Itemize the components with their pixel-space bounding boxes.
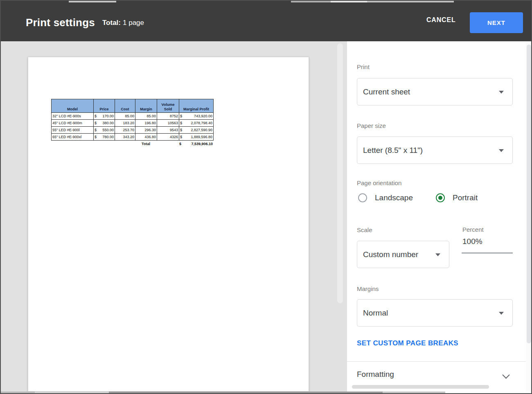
sidebar-scrollbar-thumb[interactable]: [527, 45, 531, 343]
preview-scrollbar-thumb[interactable]: [337, 43, 343, 303]
table-row: 65" LED #E-900xl$780.00343.20436.804326$…: [52, 134, 214, 141]
table-row: 55" LED #E-900l$550.00253.70296.309543$2…: [52, 127, 214, 134]
percent-label: Percent: [462, 226, 484, 233]
table-header-cell: Price: [94, 99, 115, 113]
print-settings-dialog: Print settings Total:1 page CANCEL NEXT …: [0, 0, 532, 394]
radio-circle-icon: [358, 193, 367, 202]
scale-dropdown[interactable]: Custom number: [357, 241, 449, 268]
landscape-radio[interactable]: Landscape: [358, 193, 413, 202]
table-row: 32" LCD #E-900s$170.0085.0085.008752$743…: [52, 113, 214, 120]
cancel-button[interactable]: CANCEL: [426, 16, 455, 24]
total-row-value: $ 7,539,906.10: [179, 142, 213, 146]
section-divider: [347, 361, 526, 362]
settings-sidebar: Print Current sheet Paper size Letter (8…: [347, 41, 526, 392]
print-target-dropdown[interactable]: Current sheet: [357, 78, 513, 105]
page-count-status: Total:1 page: [102, 19, 144, 27]
chevron-down-icon: [499, 149, 504, 152]
total-value: 1 page: [123, 19, 144, 27]
scale-label: Scale: [357, 226, 372, 233]
dialog-header: Print settings Total:1 page CANCEL NEXT: [1, 1, 531, 41]
table-header-cell: Cost: [115, 99, 135, 113]
margins-value: Normal: [363, 300, 388, 326]
percent-input[interactable]: 100%: [462, 237, 482, 246]
orientation-radio-group: Landscape Portrait: [357, 193, 516, 210]
bottom-edge-strip: [1, 392, 531, 394]
table-header-cell: Margin: [135, 99, 157, 113]
portrait-radio-label: Portrait: [453, 193, 478, 202]
next-button[interactable]: NEXT: [470, 12, 523, 33]
paper-size-value: Letter (8.5" x 11"): [363, 137, 423, 163]
horizontal-scrollbar-thumb[interactable]: [352, 385, 489, 389]
formatting-section-label: Formatting: [357, 370, 394, 379]
chevron-down-icon: [499, 312, 504, 315]
margins-label: Margins: [357, 285, 379, 292]
top-edge-strip: [1, 1, 531, 2]
page-orientation-label: Page orientation: [357, 179, 401, 186]
page-preview: ModelPriceCostMarginVolume SoldMarginal …: [28, 57, 309, 392]
table-header-cell: Marginal Profit: [179, 99, 214, 113]
sidebar-scrollbar-track[interactable]: [526, 41, 532, 392]
preview-table: ModelPriceCostMarginVolume SoldMarginal …: [51, 99, 214, 141]
radio-circle-icon: [436, 193, 445, 202]
chevron-down-icon: [435, 253, 440, 256]
percent-input-underline: [462, 253, 513, 253]
table-total-row: Total $ 7,539,906.10: [51, 141, 213, 148]
print-target-value: Current sheet: [363, 78, 410, 105]
landscape-radio-label: Landscape: [375, 193, 413, 202]
print-field-label: Print: [357, 63, 370, 70]
scale-value: Custom number: [363, 241, 418, 268]
table-row: 45" LCD #E-900m$380.00183.20196.8010563$…: [52, 120, 214, 127]
dialog-title: Print settings: [26, 16, 95, 29]
total-amount: 7,539,906.10: [191, 142, 213, 146]
chevron-down-icon[interactable]: [502, 371, 509, 378]
total-label: Total:: [102, 19, 121, 27]
margins-dropdown[interactable]: Normal: [357, 299, 513, 327]
currency-symbol: $: [179, 142, 181, 146]
portrait-radio[interactable]: Portrait: [436, 193, 478, 202]
spreadsheet-preview: ModelPriceCostMarginVolume SoldMarginal …: [51, 99, 214, 148]
paper-size-dropdown[interactable]: Letter (8.5" x 11"): [357, 137, 513, 164]
paper-size-label: Paper size: [357, 122, 386, 129]
chevron-down-icon: [499, 91, 504, 94]
table-header-cell: Volume Sold: [157, 99, 179, 113]
set-custom-page-breaks-link[interactable]: SET CUSTOM PAGE BREAKS: [357, 339, 458, 347]
total-row-label: Total: [135, 142, 157, 146]
print-preview-pane[interactable]: ModelPriceCostMarginVolume SoldMarginal …: [1, 41, 347, 392]
table-header-cell: Model: [52, 99, 94, 113]
